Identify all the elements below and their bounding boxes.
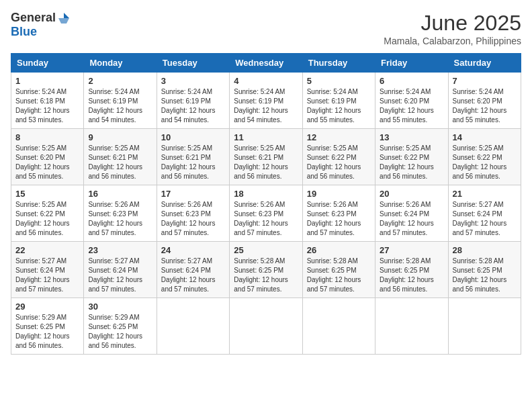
calendar-cell xyxy=(302,298,375,355)
svg-marker-0 xyxy=(64,13,69,18)
calendar-cell: 18 Sunrise: 5:26 AM Sunset: 6:23 PM Dayl… xyxy=(230,185,302,242)
calendar-cell: 2 Sunrise: 5:24 AM Sunset: 6:19 PM Dayli… xyxy=(84,73,157,129)
day-info: Sunrise: 5:26 AM Sunset: 6:23 PM Dayligh… xyxy=(234,200,298,238)
day-number: 18 xyxy=(234,189,298,199)
day-info: Sunrise: 5:27 AM Sunset: 6:24 PM Dayligh… xyxy=(161,257,225,294)
day-info: Sunrise: 5:25 AM Sunset: 6:22 PM Dayligh… xyxy=(15,200,79,238)
day-info: Sunrise: 5:28 AM Sunset: 6:25 PM Dayligh… xyxy=(453,257,517,294)
day-info: Sunrise: 5:27 AM Sunset: 6:24 PM Dayligh… xyxy=(88,257,152,294)
day-info: Sunrise: 5:24 AM Sunset: 6:19 PM Dayligh… xyxy=(88,87,152,125)
weekday-header-wednesday: Wednesday xyxy=(230,54,302,73)
day-info: Sunrise: 5:25 AM Sunset: 6:22 PM Dayligh… xyxy=(307,144,371,181)
day-info: Sunrise: 5:24 AM Sunset: 6:19 PM Dayligh… xyxy=(161,87,225,125)
day-number: 7 xyxy=(453,76,517,86)
day-info: Sunrise: 5:24 AM Sunset: 6:19 PM Dayligh… xyxy=(234,87,298,125)
day-info: Sunrise: 5:28 AM Sunset: 6:25 PM Dayligh… xyxy=(380,257,443,294)
calendar-cell: 8 Sunrise: 5:25 AM Sunset: 6:20 PM Dayli… xyxy=(11,129,84,185)
day-info: Sunrise: 5:24 AM Sunset: 6:19 PM Dayligh… xyxy=(307,87,371,125)
calendar-cell: 30 Sunrise: 5:29 AM Sunset: 6:25 PM Dayl… xyxy=(84,298,157,355)
day-number: 22 xyxy=(15,245,79,255)
logo-general-text: General xyxy=(11,11,56,25)
day-number: 15 xyxy=(15,189,79,199)
day-number: 11 xyxy=(234,132,298,142)
calendar-cell: 27 Sunrise: 5:28 AM Sunset: 6:25 PM Dayl… xyxy=(375,242,448,298)
day-number: 29 xyxy=(15,302,79,312)
calendar-table: SundayMondayTuesdayWednesdayThursdayFrid… xyxy=(11,53,521,355)
calendar-cell: 29 Sunrise: 5:29 AM Sunset: 6:25 PM Dayl… xyxy=(11,298,84,355)
calendar-cell: 23 Sunrise: 5:27 AM Sunset: 6:24 PM Dayl… xyxy=(84,242,157,298)
day-info: Sunrise: 5:26 AM Sunset: 6:24 PM Dayligh… xyxy=(380,200,443,238)
logo: General Blue xyxy=(11,11,71,39)
weekday-header-friday: Friday xyxy=(375,54,448,73)
calendar-cell: 4 Sunrise: 5:24 AM Sunset: 6:19 PM Dayli… xyxy=(230,73,302,129)
calendar-cell: 5 Sunrise: 5:24 AM Sunset: 6:19 PM Dayli… xyxy=(302,73,375,129)
calendar-cell: 7 Sunrise: 5:24 AM Sunset: 6:20 PM Dayli… xyxy=(448,73,521,129)
calendar-week-4: 22 Sunrise: 5:27 AM Sunset: 6:24 PM Dayl… xyxy=(11,242,521,298)
weekday-header-tuesday: Tuesday xyxy=(157,54,229,73)
day-number: 23 xyxy=(88,245,152,255)
calendar-cell: 20 Sunrise: 5:26 AM Sunset: 6:24 PM Dayl… xyxy=(375,185,448,242)
day-number: 19 xyxy=(307,189,371,199)
calendar-cell: 3 Sunrise: 5:24 AM Sunset: 6:19 PM Dayli… xyxy=(157,73,229,129)
calendar-cell: 15 Sunrise: 5:25 AM Sunset: 6:22 PM Dayl… xyxy=(11,185,84,242)
weekday-header-monday: Monday xyxy=(84,54,157,73)
calendar-cell: 6 Sunrise: 5:24 AM Sunset: 6:20 PM Dayli… xyxy=(375,73,448,129)
day-info: Sunrise: 5:25 AM Sunset: 6:21 PM Dayligh… xyxy=(161,144,225,181)
day-number: 2 xyxy=(88,76,152,86)
day-number: 28 xyxy=(453,245,517,255)
day-info: Sunrise: 5:29 AM Sunset: 6:25 PM Dayligh… xyxy=(15,313,79,351)
calendar-cell: 28 Sunrise: 5:28 AM Sunset: 6:25 PM Dayl… xyxy=(448,242,521,298)
weekday-header-sunday: Sunday xyxy=(11,54,84,73)
day-number: 9 xyxy=(88,132,152,142)
day-info: Sunrise: 5:27 AM Sunset: 6:24 PM Dayligh… xyxy=(15,257,79,294)
day-info: Sunrise: 5:25 AM Sunset: 6:20 PM Dayligh… xyxy=(15,144,79,181)
day-info: Sunrise: 5:28 AM Sunset: 6:25 PM Dayligh… xyxy=(234,257,298,294)
weekday-header-saturday: Saturday xyxy=(448,54,521,73)
calendar-cell: 16 Sunrise: 5:26 AM Sunset: 6:23 PM Dayl… xyxy=(84,185,157,242)
day-number: 4 xyxy=(234,76,298,86)
day-number: 21 xyxy=(453,189,517,199)
page-header: General Blue June 2025 Mamala, Calabarzo… xyxy=(11,11,521,46)
calendar-cell: 13 Sunrise: 5:25 AM Sunset: 6:22 PM Dayl… xyxy=(375,129,448,185)
day-number: 3 xyxy=(161,76,225,86)
calendar-cell: 17 Sunrise: 5:26 AM Sunset: 6:23 PM Dayl… xyxy=(157,185,229,242)
location-text: Mamala, Calabarzon, Philippines xyxy=(384,36,521,46)
day-number: 5 xyxy=(307,76,371,86)
day-info: Sunrise: 5:26 AM Sunset: 6:23 PM Dayligh… xyxy=(307,200,371,238)
day-number: 30 xyxy=(88,302,152,312)
logo-blue-text: Blue xyxy=(11,25,37,39)
day-info: Sunrise: 5:26 AM Sunset: 6:23 PM Dayligh… xyxy=(161,200,225,238)
day-number: 16 xyxy=(88,189,152,199)
day-info: Sunrise: 5:24 AM Sunset: 6:20 PM Dayligh… xyxy=(453,87,517,125)
day-info: Sunrise: 5:24 AM Sunset: 6:18 PM Dayligh… xyxy=(15,87,79,125)
day-info: Sunrise: 5:29 AM Sunset: 6:25 PM Dayligh… xyxy=(88,313,152,351)
calendar-cell: 22 Sunrise: 5:27 AM Sunset: 6:24 PM Dayl… xyxy=(11,242,84,298)
weekday-header-thursday: Thursday xyxy=(302,54,375,73)
day-info: Sunrise: 5:25 AM Sunset: 6:22 PM Dayligh… xyxy=(453,144,517,181)
calendar-cell: 19 Sunrise: 5:26 AM Sunset: 6:23 PM Dayl… xyxy=(302,185,375,242)
day-number: 14 xyxy=(453,132,517,142)
day-info: Sunrise: 5:26 AM Sunset: 6:23 PM Dayligh… xyxy=(88,200,152,238)
day-number: 10 xyxy=(161,132,225,142)
calendar-cell: 25 Sunrise: 5:28 AM Sunset: 6:25 PM Dayl… xyxy=(230,242,302,298)
calendar-cell: 14 Sunrise: 5:25 AM Sunset: 6:22 PM Dayl… xyxy=(448,129,521,185)
day-number: 12 xyxy=(307,132,371,142)
calendar-cell: 24 Sunrise: 5:27 AM Sunset: 6:24 PM Dayl… xyxy=(157,242,229,298)
title-area: June 2025 Mamala, Calabarzon, Philippine… xyxy=(384,11,521,46)
day-info: Sunrise: 5:25 AM Sunset: 6:22 PM Dayligh… xyxy=(380,144,443,181)
day-number: 17 xyxy=(161,189,225,199)
day-number: 13 xyxy=(380,132,443,142)
calendar-cell: 11 Sunrise: 5:25 AM Sunset: 6:21 PM Dayl… xyxy=(230,129,302,185)
calendar-cell: 10 Sunrise: 5:25 AM Sunset: 6:21 PM Dayl… xyxy=(157,129,229,185)
calendar-cell xyxy=(157,298,229,355)
day-number: 26 xyxy=(307,245,371,255)
day-number: 24 xyxy=(161,245,225,255)
calendar-week-1: 1 Sunrise: 5:24 AM Sunset: 6:18 PM Dayli… xyxy=(11,73,521,129)
day-number: 1 xyxy=(15,76,79,86)
calendar-cell: 21 Sunrise: 5:27 AM Sunset: 6:24 PM Dayl… xyxy=(448,185,521,242)
day-number: 20 xyxy=(380,189,443,199)
logo-icon xyxy=(57,11,71,25)
day-number: 6 xyxy=(380,76,443,86)
calendar-cell: 1 Sunrise: 5:24 AM Sunset: 6:18 PM Dayli… xyxy=(11,73,84,129)
day-number: 27 xyxy=(380,245,443,255)
